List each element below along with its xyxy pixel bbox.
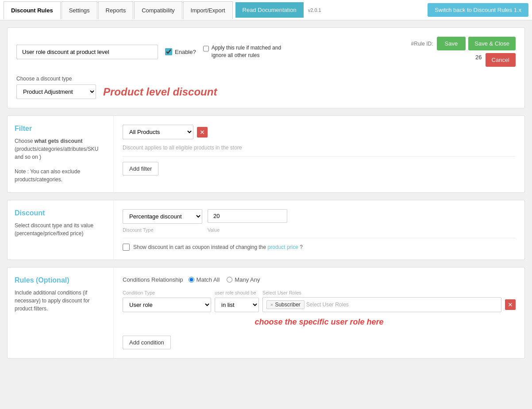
rule-id-label: #Rule ID: <box>411 41 433 47</box>
cond-type-label: Condition Type <box>123 290 211 295</box>
enable-label: Enable? <box>175 49 196 55</box>
add-filter-button[interactable]: Add filter <box>123 162 158 176</box>
product-level-title: Product level discount <box>103 86 217 98</box>
filter-section: Filter Choose what gets discount (produc… <box>7 115 525 193</box>
many-any-radio[interactable] <box>227 277 232 283</box>
show-coupon-checkbox[interactable] <box>123 244 130 251</box>
top-nav: Discount Rules Settings Reports Compatib… <box>0 0 532 20</box>
add-condition-button[interactable]: Add condition <box>123 336 171 349</box>
match-all-label: Match All <box>197 276 220 283</box>
rules-description: Include additional conditions (if necess… <box>15 289 106 313</box>
cancel-button[interactable]: Cancel <box>486 53 516 67</box>
product-price-link: product price <box>268 244 298 250</box>
rules-main: Conditions Relationship Match All Many A… <box>114 268 524 358</box>
cancel-row: 26 Cancel <box>475 53 516 67</box>
apply-rule-checkbox[interactable] <box>203 45 209 52</box>
show-discount-text: Show discount in cart as coupon instead … <box>133 244 303 250</box>
match-all-radio[interactable] <box>189 277 194 283</box>
filter-sidebar: Filter Choose what gets discount (produc… <box>8 116 114 192</box>
many-any-label: Many Any <box>235 276 260 283</box>
filter-title: Filter <box>15 125 106 133</box>
remove-filter-button[interactable]: ✕ <box>197 127 208 138</box>
rule-name-input[interactable] <box>16 45 158 59</box>
filter-main: All Products ✕ Discount applies to all e… <box>114 116 524 192</box>
remove-condition-button[interactable]: ✕ <box>505 299 516 310</box>
condition-labels: Condition Type user role should be Selec… <box>123 290 516 295</box>
discount-type-label: Choose a discount type <box>16 76 516 82</box>
filter-divider <box>123 156 516 157</box>
tag-label: Subscriber <box>275 302 300 308</box>
discount-type-row: Product Adjustment Cart Adjustment Cart … <box>16 84 516 99</box>
discount-divider <box>123 238 516 238</box>
in-list-select[interactable]: in list not in list <box>215 298 259 312</box>
conditions-rel-row: Conditions Relationship Match All Many A… <box>123 276 516 283</box>
discount-section: Discount Select discount type and its va… <box>7 200 525 260</box>
tab-compatibility[interactable]: Compatibility <box>134 1 182 19</box>
action-buttons: Save Save & Close <box>437 37 516 50</box>
discount-input-row: Percentage discount Price discount Fixed… <box>123 209 516 224</box>
rules-sidebar: Rules (Optional) Include additional cond… <box>8 268 114 358</box>
rule-id-value: 26 <box>475 54 482 67</box>
conditions-rel-label: Conditions Relationship <box>123 276 183 283</box>
all-products-select[interactable]: All Products <box>123 125 193 139</box>
filter-row: All Products ✕ <box>123 125 516 139</box>
main-content: Enable? Apply this rule if matched and i… <box>0 20 532 366</box>
rule-id-section: #Rule ID: Save Save & Close 26 Cancel <box>411 37 516 67</box>
discount-sidebar: Discount Select discount type and its va… <box>8 200 114 260</box>
condition-row: User role Purchase history Order count i… <box>123 297 516 312</box>
filter-hint: Discount applies to all eligible product… <box>123 145 516 151</box>
user-role-label: user role should be <box>215 290 259 295</box>
many-any-option[interactable]: Many Any <box>227 276 260 283</box>
subscriber-tag: × Subscriber <box>266 300 305 309</box>
save-button[interactable]: Save <box>437 37 466 50</box>
read-docs-button[interactable]: Read Documentation <box>235 2 304 18</box>
tab-settings[interactable]: Settings <box>62 1 97 19</box>
filter-description: Choose what gets discount (products/cate… <box>15 137 106 161</box>
rules-title: Rules (Optional) <box>15 276 106 284</box>
tab-discount-rules[interactable]: Discount Rules <box>4 1 61 19</box>
enable-check-group: Enable? <box>165 48 196 55</box>
rule-name-card: Enable? Apply this rule if matched and i… <box>7 27 525 108</box>
enable-checkbox[interactable] <box>165 48 172 55</box>
discount-value-field-label: Value <box>208 227 220 233</box>
select-roles-label: Select User Roles <box>262 290 301 295</box>
rule-name-section: Enable? Apply this rule if matched and i… <box>16 37 516 67</box>
discount-type-select2[interactable]: Percentage discount Price discount Fixed… <box>123 209 202 224</box>
rules-section: Rules (Optional) Include additional cond… <box>7 267 525 359</box>
discount-type-select[interactable]: Product Adjustment Cart Adjustment Cart … <box>16 84 96 99</box>
discount-title: Discount <box>15 209 106 217</box>
condition-type-select[interactable]: User role Purchase history Order count <box>123 298 211 312</box>
filter-note: Note : You can also exclude products/cat… <box>15 168 106 183</box>
radio-group: Match All Many Any <box>189 276 260 283</box>
discount-description: Select discount type and its value (perc… <box>15 222 106 237</box>
field-labels: Discount Type Value <box>123 227 516 233</box>
show-discount-row: Show discount in cart as coupon instead … <box>123 244 516 251</box>
tab-reports[interactable]: Reports <box>98 1 134 19</box>
tag-close-icon[interactable]: × <box>270 302 273 307</box>
roles-placeholder: Select User Roles <box>306 302 349 308</box>
tags-input[interactable]: × Subscriber Select User Roles <box>262 297 501 312</box>
rule-id-row: #Rule ID: Save Save & Close <box>411 37 516 50</box>
save-close-button[interactable]: Save & Close <box>468 37 516 50</box>
discount-main: Percentage discount Price discount Fixed… <box>114 200 524 260</box>
choose-role-hint: choose the specific user role here <box>123 317 516 327</box>
apply-rule-group: Apply this rule if matched and ignore al… <box>203 44 292 59</box>
version-badge: v2.0.1 <box>305 8 325 13</box>
discount-type-section: Choose a discount type Product Adjustmen… <box>16 76 516 99</box>
discount-value-input[interactable] <box>208 209 287 223</box>
match-all-option[interactable]: Match All <box>189 276 220 283</box>
tab-import-export[interactable]: Import/Export <box>183 1 233 19</box>
apply-rule-text: Apply this rule if matched and ignore al… <box>212 44 292 59</box>
switch-back-button[interactable]: Switch back to Discount Rules 1.x <box>428 3 528 17</box>
discount-type-field-label: Discount Type <box>123 227 202 233</box>
